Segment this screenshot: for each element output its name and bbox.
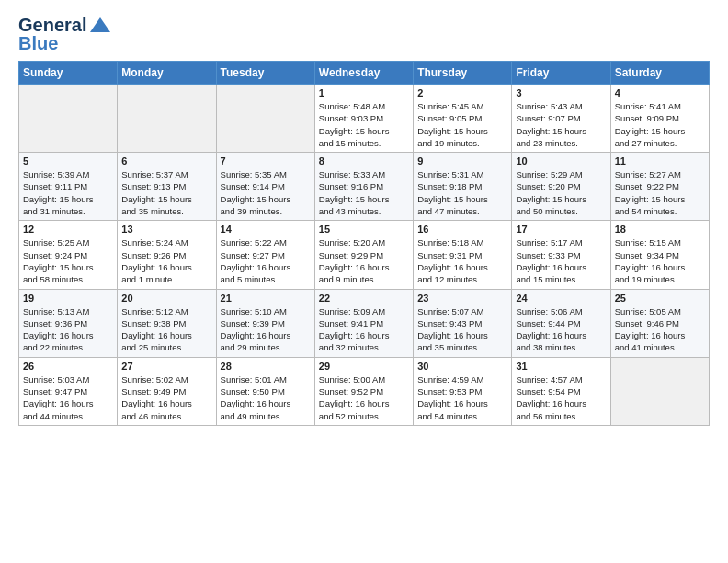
cell-week1-day1 [118, 85, 216, 153]
week-row-5: 26Sunrise: 5:03 AM Sunset: 9:47 PM Dayli… [19, 357, 710, 425]
day-detail: Sunrise: 5:25 AM Sunset: 9:24 PM Dayligh… [23, 236, 113, 285]
week-row-2: 5Sunrise: 5:39 AM Sunset: 9:11 PM Daylig… [19, 153, 710, 221]
cell-week2-day5: 10Sunrise: 5:29 AM Sunset: 9:20 PM Dayli… [512, 153, 610, 221]
week-row-4: 19Sunrise: 5:13 AM Sunset: 9:36 PM Dayli… [19, 289, 710, 357]
day-number: 10 [516, 155, 606, 167]
day-detail: Sunrise: 5:01 AM Sunset: 9:50 PM Dayligh… [221, 373, 311, 422]
day-number: 31 [516, 361, 606, 372]
calendar-table: SundayMondayTuesdayWednesdayThursdayFrid… [18, 61, 710, 426]
cell-week5-day0: 26Sunrise: 5:03 AM Sunset: 9:47 PM Dayli… [19, 357, 118, 425]
week-row-3: 12Sunrise: 5:25 AM Sunset: 9:24 PM Dayli… [19, 221, 710, 289]
day-detail: Sunrise: 5:22 AM Sunset: 9:27 PM Dayligh… [221, 236, 311, 285]
day-number: 6 [121, 155, 211, 167]
logo-general-text: General [18, 15, 86, 35]
cell-week4-day2: 21Sunrise: 5:10 AM Sunset: 9:39 PM Dayli… [216, 289, 314, 357]
cell-week4-day4: 23Sunrise: 5:07 AM Sunset: 9:43 PM Dayli… [414, 289, 512, 357]
day-detail: Sunrise: 5:27 AM Sunset: 9:22 PM Dayligh… [615, 168, 705, 217]
day-detail: Sunrise: 5:00 AM Sunset: 9:52 PM Dayligh… [319, 373, 409, 422]
page: General Blue SundayMondayTuesdayWednesda… [0, 0, 728, 441]
cell-week2-day4: 9Sunrise: 5:31 AM Sunset: 9:18 PM Daylig… [414, 153, 512, 221]
cell-week1-day0 [19, 85, 118, 153]
day-number: 4 [615, 87, 705, 98]
day-number: 8 [319, 155, 409, 167]
day-number: 22 [319, 293, 409, 304]
header-wednesday: Wednesday [314, 62, 413, 85]
cell-week1-day2 [216, 85, 314, 153]
cell-week3-day2: 14Sunrise: 5:22 AM Sunset: 9:27 PM Dayli… [216, 221, 314, 289]
day-number: 21 [221, 293, 311, 304]
header-tuesday: Tuesday [216, 62, 314, 85]
cell-week2-day2: 7Sunrise: 5:35 AM Sunset: 9:14 PM Daylig… [216, 153, 314, 221]
header: General Blue [18, 15, 710, 53]
day-detail: Sunrise: 4:59 AM Sunset: 9:53 PM Dayligh… [417, 373, 507, 422]
day-detail: Sunrise: 5:02 AM Sunset: 9:49 PM Dayligh… [121, 373, 211, 422]
day-detail: Sunrise: 5:10 AM Sunset: 9:39 PM Dayligh… [221, 305, 311, 354]
day-number: 18 [615, 224, 705, 235]
header-friday: Friday [512, 62, 610, 85]
day-detail: Sunrise: 5:20 AM Sunset: 9:29 PM Dayligh… [319, 236, 409, 285]
cell-week3-day1: 13Sunrise: 5:24 AM Sunset: 9:26 PM Dayli… [118, 221, 216, 289]
cell-week4-day3: 22Sunrise: 5:09 AM Sunset: 9:41 PM Dayli… [314, 289, 413, 357]
cell-week5-day4: 30Sunrise: 4:59 AM Sunset: 9:53 PM Dayli… [414, 357, 512, 425]
day-detail: Sunrise: 5:29 AM Sunset: 9:20 PM Dayligh… [516, 168, 606, 217]
cell-week3-day3: 15Sunrise: 5:20 AM Sunset: 9:29 PM Dayli… [314, 221, 413, 289]
day-detail: Sunrise: 5:17 AM Sunset: 9:33 PM Dayligh… [516, 236, 606, 285]
logo: General Blue [18, 15, 110, 53]
day-detail: Sunrise: 5:05 AM Sunset: 9:46 PM Dayligh… [615, 305, 705, 354]
day-number: 11 [615, 155, 705, 167]
header-monday: Monday [118, 62, 216, 85]
cell-week1-day5: 3Sunrise: 5:43 AM Sunset: 9:07 PM Daylig… [512, 85, 610, 153]
day-detail: Sunrise: 5:35 AM Sunset: 9:14 PM Dayligh… [221, 168, 311, 217]
day-number: 28 [221, 361, 311, 372]
logo-triangle-icon [90, 17, 110, 32]
day-number: 30 [417, 361, 507, 372]
cell-week4-day1: 20Sunrise: 5:12 AM Sunset: 9:38 PM Dayli… [118, 289, 216, 357]
cell-week5-day2: 28Sunrise: 5:01 AM Sunset: 9:50 PM Dayli… [216, 357, 314, 425]
cell-week4-day6: 25Sunrise: 5:05 AM Sunset: 9:46 PM Dayli… [610, 289, 709, 357]
day-detail: Sunrise: 5:06 AM Sunset: 9:44 PM Dayligh… [516, 305, 606, 354]
day-detail: Sunrise: 5:15 AM Sunset: 9:34 PM Dayligh… [615, 236, 705, 285]
cell-week3-day5: 17Sunrise: 5:17 AM Sunset: 9:33 PM Dayli… [512, 221, 610, 289]
cell-week2-day3: 8Sunrise: 5:33 AM Sunset: 9:16 PM Daylig… [314, 153, 413, 221]
cell-week3-day4: 16Sunrise: 5:18 AM Sunset: 9:31 PM Dayli… [414, 221, 512, 289]
day-detail: Sunrise: 5:12 AM Sunset: 9:38 PM Dayligh… [121, 305, 211, 354]
cell-week2-day1: 6Sunrise: 5:37 AM Sunset: 9:13 PM Daylig… [118, 153, 216, 221]
day-detail: Sunrise: 5:18 AM Sunset: 9:31 PM Dayligh… [417, 236, 507, 285]
day-detail: Sunrise: 5:37 AM Sunset: 9:13 PM Dayligh… [121, 168, 211, 217]
day-number: 24 [516, 293, 606, 304]
day-detail: Sunrise: 5:31 AM Sunset: 9:18 PM Dayligh… [417, 168, 507, 217]
day-number: 27 [121, 361, 211, 372]
day-number: 19 [23, 293, 113, 304]
day-detail: Sunrise: 5:03 AM Sunset: 9:47 PM Dayligh… [23, 373, 113, 422]
day-detail: Sunrise: 4:57 AM Sunset: 9:54 PM Dayligh… [516, 373, 606, 422]
cell-week4-day0: 19Sunrise: 5:13 AM Sunset: 9:36 PM Dayli… [19, 289, 118, 357]
cell-week4-day5: 24Sunrise: 5:06 AM Sunset: 9:44 PM Dayli… [512, 289, 610, 357]
header-saturday: Saturday [610, 62, 709, 85]
cell-week1-day3: 1Sunrise: 5:48 AM Sunset: 9:03 PM Daylig… [314, 85, 413, 153]
day-number: 7 [221, 155, 311, 167]
cell-week2-day6: 11Sunrise: 5:27 AM Sunset: 9:22 PM Dayli… [610, 153, 709, 221]
day-detail: Sunrise: 5:39 AM Sunset: 9:11 PM Dayligh… [23, 168, 113, 217]
day-number: 14 [221, 224, 311, 235]
cell-week5-day6 [610, 357, 709, 425]
day-number: 23 [417, 293, 507, 304]
cell-week3-day0: 12Sunrise: 5:25 AM Sunset: 9:24 PM Dayli… [19, 221, 118, 289]
day-number: 3 [516, 87, 606, 98]
day-detail: Sunrise: 5:24 AM Sunset: 9:26 PM Dayligh… [121, 236, 211, 285]
cell-week5-day1: 27Sunrise: 5:02 AM Sunset: 9:49 PM Dayli… [118, 357, 216, 425]
day-number: 20 [121, 293, 211, 304]
day-number: 13 [121, 224, 211, 235]
logo-blue-text: Blue [18, 33, 110, 53]
cell-week1-day4: 2Sunrise: 5:45 AM Sunset: 9:05 PM Daylig… [414, 85, 512, 153]
day-number: 5 [23, 155, 113, 167]
cell-week1-day6: 4Sunrise: 5:41 AM Sunset: 9:09 PM Daylig… [610, 85, 709, 153]
weekday-header-row: SundayMondayTuesdayWednesdayThursdayFrid… [19, 62, 710, 85]
day-number: 1 [319, 87, 409, 98]
cell-week3-day6: 18Sunrise: 5:15 AM Sunset: 9:34 PM Dayli… [610, 221, 709, 289]
calendar-body: 1Sunrise: 5:48 AM Sunset: 9:03 PM Daylig… [19, 85, 710, 426]
day-detail: Sunrise: 5:33 AM Sunset: 9:16 PM Dayligh… [319, 168, 409, 217]
day-number: 12 [23, 224, 113, 235]
day-detail: Sunrise: 5:41 AM Sunset: 9:09 PM Dayligh… [615, 100, 705, 149]
day-number: 9 [417, 155, 507, 167]
cell-week5-day5: 31Sunrise: 4:57 AM Sunset: 9:54 PM Dayli… [512, 357, 610, 425]
